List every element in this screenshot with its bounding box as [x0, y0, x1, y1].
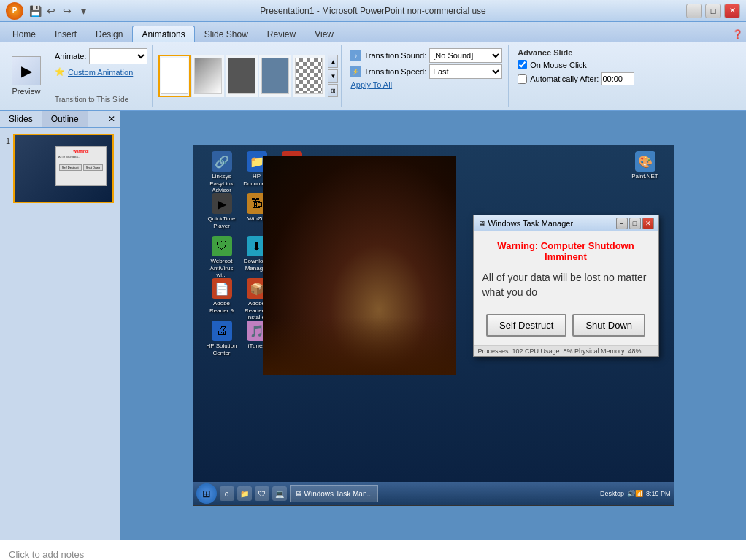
notes-area[interactable]: Click to add notes: [0, 540, 746, 560]
tab-slides[interactable]: Slides: [0, 111, 42, 127]
tm-message-text: All of your data will be lost no matter …: [482, 271, 650, 299]
speed-icon: ⚡: [350, 66, 361, 77]
slide-canvas[interactable]: 🔗 Linksys EasyLink Advisor ▶ QuickTime P…: [193, 145, 674, 506]
tm-body: Warning: Computer Shutdown Imminent All …: [474, 231, 658, 345]
transition-speed-row: ⚡ Transition Speed: Fast: [350, 64, 502, 79]
tab-design[interactable]: Design: [86, 26, 132, 42]
transition-thumbnails-group: ▲ ▼ ⊞: [155, 45, 342, 107]
tab-slideshow[interactable]: Slide Show: [195, 26, 258, 42]
taskbar-extra2-icon[interactable]: 💻: [272, 486, 287, 501]
taskbar-tray: 🔊📶: [627, 490, 643, 497]
desktop-taskbar: ⊞ e 📁 🛡 💻 🖥 Windows Task Man... Desktop …: [193, 482, 674, 505]
transition-box[interactable]: [259, 55, 291, 97]
transition-wipe[interactable]: [226, 55, 258, 97]
transition-checker[interactable]: [293, 55, 325, 97]
animation-star-icon: ⭐: [55, 67, 65, 77]
save-quick-btn[interactable]: 💾: [28, 4, 42, 18]
auto-time-input[interactable]: [601, 72, 634, 85]
title-bar-left: P 💾 ↩ ↪ ▾: [6, 2, 91, 20]
tray-icons: 🔊📶: [627, 490, 643, 497]
redo-quick-btn[interactable]: ↪: [60, 4, 74, 18]
desktop-icon-quicktime[interactable]: ▶ QuickTime Player: [204, 193, 239, 236]
canvas-area: 🔗 Linksys EasyLink Advisor ▶ QuickTime P…: [120, 111, 746, 540]
tm-close-btn[interactable]: ✕: [642, 218, 654, 229]
taskbar-tm-item[interactable]: 🖥 Windows Task Man...: [290, 485, 378, 502]
tm-icon: 🖥: [478, 220, 485, 228]
transition-wipe-preview: [228, 58, 255, 94]
custom-animation-btn[interactable]: ⭐ Custom Animation: [55, 67, 147, 77]
tab-review[interactable]: Review: [258, 26, 305, 42]
minimize-btn[interactable]: –: [686, 4, 702, 18]
desktop-clock: 8:19 PM: [646, 490, 671, 497]
apply-to-all-btn[interactable]: Apply To All: [350, 80, 392, 89]
tm-title: Windows Task Manager: [488, 219, 574, 228]
undo-quick-btn[interactable]: ↩: [44, 4, 58, 18]
title-bar: P 💾 ↩ ↪ ▾ Presentation1 - Microsoft Powe…: [0, 0, 746, 22]
taskbar-folder-icon[interactable]: 📁: [237, 486, 252, 501]
tab-outline[interactable]: Outline: [42, 111, 88, 127]
tm-minimize-btn[interactable]: –: [616, 218, 628, 229]
sound-icon: ♪: [350, 50, 361, 61]
tab-animations[interactable]: Animations: [132, 26, 194, 42]
desktop-icon-webroot[interactable]: 🛡 Webroot AntiVirus wi...: [204, 236, 239, 278]
slide-thumbnails: 1 Warning! All of your data... Self Dest…: [0, 128, 120, 209]
desktop-icon-hp-solution[interactable]: 🖨 HP Solution Center: [204, 321, 239, 363]
transition-speed-select[interactable]: Fast: [429, 64, 502, 79]
animate-row: Animate:: [55, 48, 147, 64]
transition-none-preview: [161, 58, 188, 94]
help-btn[interactable]: ❓: [729, 26, 746, 42]
tm-maximize-btn[interactable]: □: [629, 218, 641, 229]
customize-quick-btn[interactable]: ▾: [76, 4, 91, 18]
self-destruct-btn[interactable]: Self Destruct: [486, 314, 566, 337]
preview-label: Preview: [12, 87, 40, 96]
tab-view[interactable]: View: [305, 26, 343, 42]
animations-group-label: Transition to This Slide: [55, 94, 147, 104]
shut-down-btn[interactable]: Shut Down: [572, 314, 645, 337]
window-controls: – □ ✕: [686, 4, 740, 18]
slide-number: 1: [6, 134, 10, 145]
auto-after-label: Automatically After:: [530, 74, 599, 83]
desktop-icon-adobe-reader[interactable]: 📄 Adobe Reader 9: [204, 278, 239, 321]
tm-status-text: Processes: 102 CPU Usage: 8% Physical Me…: [478, 348, 642, 355]
transition-none[interactable]: [158, 55, 191, 97]
transition-fade[interactable]: [192, 55, 224, 97]
taskbar-tm-icon: 🖥: [295, 490, 302, 498]
transition-scroll-up[interactable]: ▲: [328, 55, 338, 68]
on-mouse-click-checkbox[interactable]: [518, 60, 527, 69]
transition-more[interactable]: ⊞: [328, 84, 338, 97]
window-title: Presentation1 - Microsoft PowerPoint non…: [0, 6, 746, 16]
tm-titlebar: 🖥 Windows Task Manager – □ ✕: [474, 215, 658, 231]
transition-sound-row: ♪ Transition Sound: [No Sound]: [350, 48, 502, 63]
preview-btn[interactable]: ▶ Preview: [12, 56, 41, 96]
panel-tabs: Slides Outline ✕: [0, 111, 120, 128]
taskbar-right: Desktop 🔊📶 8:19 PM: [600, 490, 671, 497]
maximize-btn[interactable]: □: [705, 4, 721, 18]
slides-panel: Slides Outline ✕ 1 Warning! All of your …: [0, 111, 120, 540]
tab-home[interactable]: Home: [3, 26, 45, 42]
apply-to-all-row: Apply To All: [350, 80, 502, 89]
desktop-icon-linksys[interactable]: 🔗 Linksys EasyLink Advisor: [204, 151, 239, 193]
transition-sound-select[interactable]: [No Sound]: [429, 48, 502, 63]
close-btn[interactable]: ✕: [724, 4, 740, 18]
tab-insert[interactable]: Insert: [45, 26, 86, 42]
preview-icon: ▶: [12, 56, 41, 85]
desktop-start-btn[interactable]: ⊞: [196, 483, 217, 504]
quick-access-toolbar: 💾 ↩ ↪ ▾: [28, 4, 91, 18]
task-manager-dialog: 🖥 Windows Task Manager – □ ✕ Warning: Co…: [473, 215, 659, 357]
auto-after-checkbox[interactable]: [518, 74, 527, 84]
tm-action-buttons: Self Destruct Shut Down: [482, 314, 650, 337]
desktop-icon-paintnet[interactable]: 🎨 Paint.NET: [628, 151, 663, 180]
taskbar-extra1-icon[interactable]: 🛡: [255, 486, 269, 501]
transition-settings-group: ♪ Transition Sound: [No Sound] ⚡ Transit…: [345, 45, 509, 107]
advance-slide-title: Advance Slide: [518, 48, 634, 57]
panel-close-btn[interactable]: ✕: [104, 111, 120, 127]
animate-label: Animate:: [55, 52, 86, 61]
animations-group: Animate: ⭐ Custom Animation Transition t…: [50, 45, 153, 107]
transition-sound-label: Transition Sound:: [364, 51, 426, 60]
animate-select[interactable]: [89, 48, 147, 64]
transition-scroll-down[interactable]: ▼: [328, 69, 338, 83]
automatically-after-row: Automatically After:: [518, 72, 634, 85]
slide-1-thumbnail[interactable]: Warning! All of your data... Self Destru…: [13, 134, 114, 203]
wallpaper-image: [263, 156, 456, 375]
taskbar-ie-icon[interactable]: e: [220, 486, 234, 501]
